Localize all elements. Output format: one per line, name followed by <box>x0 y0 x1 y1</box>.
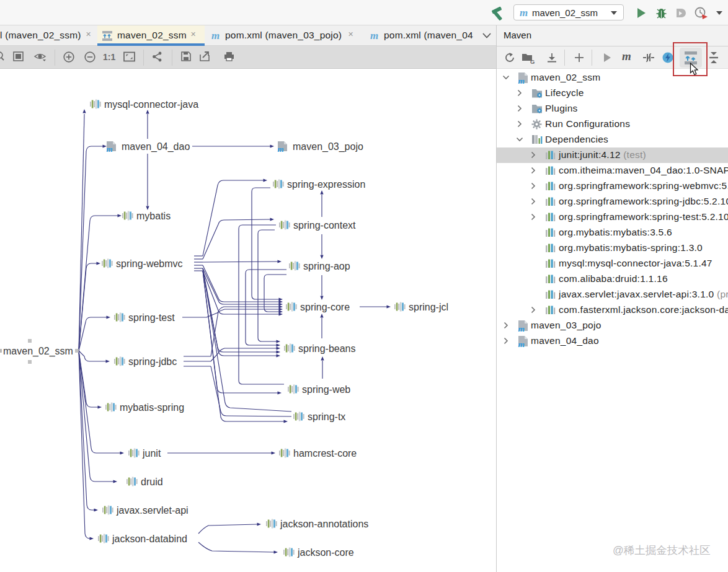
svg-text:spring-jdbc: spring-jdbc <box>128 356 177 367</box>
svg-text:jackson-core: jackson-core <box>297 547 354 558</box>
svg-text:spring-expression: spring-expression <box>287 179 365 190</box>
svg-text:maven_02_ssm: maven_02_ssm <box>3 346 73 357</box>
svg-text:spring-test: spring-test <box>128 312 175 323</box>
svg-text:druid: druid <box>141 477 163 487</box>
svg-text:m: m <box>278 144 284 154</box>
svg-text:spring-webmvc: spring-webmvc <box>116 258 183 269</box>
svg-text:jackson-annotations: jackson-annotations <box>280 519 368 529</box>
svg-text:junit: junit <box>142 448 161 459</box>
svg-text:javax.servlet-api: javax.servlet-api <box>116 505 189 516</box>
svg-text:m: m <box>518 76 525 84</box>
svg-text:spring-beans: spring-beans <box>298 343 356 354</box>
svg-text:m: m <box>518 340 525 347</box>
svg-text:jackson-databind: jackson-databind <box>112 534 187 544</box>
svg-text:spring-context: spring-context <box>293 220 356 231</box>
svg-text:m: m <box>107 144 113 154</box>
svg-text:spring-web: spring-web <box>302 384 350 395</box>
svg-text:hamcrest-core: hamcrest-core <box>293 448 357 459</box>
svg-text:mybatis-spring: mybatis-spring <box>120 402 184 413</box>
svg-text:spring-tx: spring-tx <box>308 411 345 422</box>
svg-text:spring-core: spring-core <box>300 302 350 312</box>
svg-text:maven_04_dao: maven_04_dao <box>122 141 190 152</box>
svg-text:m: m <box>518 324 525 332</box>
svg-text:mybatis: mybatis <box>136 211 171 221</box>
svg-text:spring-aop: spring-aop <box>303 261 350 271</box>
svg-text:G: G <box>530 58 535 64</box>
svg-text:maven_03_pojo: maven_03_pojo <box>293 141 363 152</box>
svg-text:spring-jcl: spring-jcl <box>409 302 448 312</box>
svg-text:mysql-connector-java: mysql-connector-java <box>104 99 198 110</box>
